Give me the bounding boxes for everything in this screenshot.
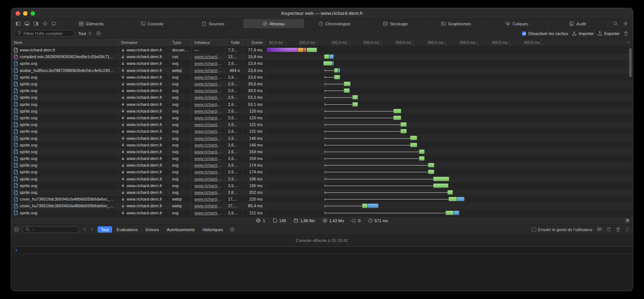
network-request-row[interactable]: sprite.svgwww.richard-dern.frsvgwww.rich… bbox=[11, 189, 633, 196]
status-requests[interactable]: 149 bbox=[273, 218, 286, 223]
initiator-link[interactable]: www.richard-d… bbox=[194, 88, 222, 93]
initiator-link[interactable]: www.richard-d… bbox=[194, 82, 222, 86]
network-request-row[interactable]: sprite.svgwww.richard-dern.frsvgwww.rich… bbox=[11, 114, 633, 121]
column-header-taille[interactable]: Taille bbox=[225, 38, 243, 46]
next-result-icon[interactable] bbox=[89, 227, 94, 232]
waterfall-bar-green[interactable] bbox=[393, 116, 401, 120]
waterfall-bar-green[interactable] bbox=[352, 95, 358, 100]
initiator-link[interactable]: www.richard-d… bbox=[194, 204, 222, 208]
console-scope-icon[interactable] bbox=[14, 227, 19, 232]
status-load-time[interactable]: 571 ms bbox=[368, 218, 388, 223]
initiator-link[interactable]: www.richard-d… bbox=[194, 143, 222, 147]
initiator-link[interactable]: www.richard-d… bbox=[194, 197, 222, 201]
waterfall-bar-green[interactable] bbox=[448, 197, 457, 201]
waterfall-bar-blue[interactable] bbox=[454, 211, 459, 215]
waterfall-bar-green[interactable] bbox=[400, 122, 407, 127]
console-tab-evaluations[interactable]: Évaluations bbox=[113, 226, 141, 233]
status-resources-size[interactable]: 1,43 Mo bbox=[323, 218, 344, 223]
network-request-row[interactable]: sprite.svgwww.richard-dern.frsvgwww.rich… bbox=[11, 128, 633, 135]
console-search-input[interactable] bbox=[35, 227, 76, 232]
waterfall-bar-green[interactable] bbox=[400, 129, 407, 133]
main-tab-audit[interactable]: Audit bbox=[547, 19, 608, 28]
dock-side-right-icon[interactable] bbox=[34, 21, 38, 26]
waterfall-bar-green[interactable] bbox=[419, 150, 425, 154]
initiator-link[interactable]: www.richard-d… bbox=[194, 150, 222, 154]
console-tab-avertissements[interactable]: Avertissements bbox=[164, 226, 198, 233]
column-header-type[interactable]: Type bbox=[169, 38, 192, 46]
network-request-row[interactable]: cover_hu736519dc3b5040cfa48b6b559b6de6ec… bbox=[11, 202, 633, 209]
network-request-row[interactable]: sprite.svgwww.richard-dern.frsvgwww.rich… bbox=[11, 142, 633, 148]
disable-caches-checkbox[interactable]: Désactiver les caches bbox=[522, 31, 568, 36]
element-picker-icon[interactable] bbox=[42, 21, 47, 26]
network-request-row[interactable]: sprite.svgwww.richard-dern.frsvgwww.rich… bbox=[11, 135, 633, 141]
resource-type-select[interactable]: Tout bbox=[78, 31, 92, 36]
dock-side-left-icon[interactable] bbox=[16, 21, 20, 26]
initiator-link[interactable]: www.richard-d… bbox=[194, 183, 222, 188]
network-request-row[interactable]: www.richard-dern.frwww.richard-dern.frdo… bbox=[11, 47, 633, 53]
zoom-window-button[interactable] bbox=[31, 11, 35, 16]
export-button[interactable]: Exporter bbox=[597, 31, 620, 36]
main-tab-elements[interactable]: Éléments bbox=[61, 19, 121, 28]
waterfall-bar-blue[interactable] bbox=[368, 204, 378, 208]
initiator-link[interactable]: www.richard-d… bbox=[194, 68, 222, 73]
main-tab-calques[interactable]: Calques bbox=[486, 19, 547, 28]
initiator-link[interactable]: www.richard-d… bbox=[194, 109, 222, 113]
initiator-link[interactable]: www.richard-d… bbox=[194, 211, 222, 215]
initiator-link[interactable]: www.richard-d… bbox=[194, 163, 222, 167]
network-request-row[interactable]: sprite.svgwww.richard-dern.frsvgwww.rich… bbox=[11, 210, 633, 216]
waterfall-bar-green[interactable] bbox=[307, 48, 317, 52]
initiator-link[interactable]: www.richard-d… bbox=[194, 177, 222, 181]
waterfall-bar-green[interactable] bbox=[410, 136, 417, 140]
column-header-nom[interactable]: Nom bbox=[11, 38, 118, 46]
filter-options-icon[interactable] bbox=[96, 31, 101, 36]
reload-icon[interactable] bbox=[606, 227, 611, 232]
network-request-row[interactable]: sprite.svgwww.richard-dern.frsvgwww.rich… bbox=[11, 60, 633, 67]
initiator-link[interactable]: www.richard-d… bbox=[194, 156, 222, 161]
waterfall-bar-green[interactable] bbox=[428, 170, 434, 174]
waterfall-bar-green[interactable] bbox=[428, 163, 434, 167]
network-request-row[interactable]: sprite.svgwww.richard-dern.frsvgwww.rich… bbox=[11, 87, 633, 94]
waterfall-bar-green[interactable] bbox=[447, 190, 453, 195]
waterfall-bar-green[interactable] bbox=[433, 183, 448, 188]
gear-icon[interactable] bbox=[623, 21, 628, 26]
console-search-field[interactable] bbox=[22, 226, 79, 233]
initiator-link[interactable]: www.richard-d… bbox=[194, 75, 222, 79]
waterfall-bar-green[interactable] bbox=[352, 102, 358, 107]
initiator-link[interactable]: www.richard-d… bbox=[194, 170, 222, 174]
import-button[interactable]: Importer bbox=[572, 31, 594, 36]
vertical-scrollbar[interactable] bbox=[629, 48, 632, 77]
url-filter-field[interactable] bbox=[14, 30, 74, 37]
trash-icon[interactable] bbox=[616, 227, 621, 232]
console-filter-options-icon[interactable] bbox=[230, 227, 235, 232]
waterfall-bar-green[interactable] bbox=[324, 54, 329, 59]
main-tab-stockage[interactable]: Stockage bbox=[365, 19, 425, 28]
initiator-link[interactable]: www.richard-d… bbox=[194, 95, 222, 100]
console-input-area[interactable] bbox=[11, 254, 633, 291]
waterfall-bar-green[interactable] bbox=[393, 109, 401, 113]
emulate-user-gesture-checkbox[interactable]: Émuler le geste de l'utilisateur bbox=[532, 227, 593, 232]
clear-network-trash-icon[interactable] bbox=[624, 31, 628, 36]
initiator-link[interactable]: www.richard-d… bbox=[194, 54, 222, 59]
device-icon[interactable] bbox=[51, 21, 56, 26]
network-request-row[interactable]: sprite.svgwww.richard-dern.frsvgwww.rich… bbox=[11, 155, 633, 162]
search-icon[interactable] bbox=[613, 21, 618, 26]
waterfall-bar-green[interactable] bbox=[433, 177, 449, 181]
column-header-domaine[interactable]: Domaine bbox=[118, 38, 169, 46]
console-tab-historiques[interactable]: Historiques bbox=[199, 226, 226, 233]
network-request-row[interactable]: sprite.svgwww.richard-dern.frsvgwww.rich… bbox=[11, 108, 633, 114]
help-icon[interactable]: ? bbox=[625, 217, 630, 224]
network-request-row[interactable]: sprite.svgwww.richard-dern.frsvgwww.rich… bbox=[11, 182, 633, 189]
main-tab-sources[interactable]: Sources bbox=[182, 19, 243, 28]
status-cached[interactable]: 0 bbox=[351, 218, 360, 223]
waterfall-bar-blue[interactable] bbox=[338, 68, 340, 73]
column-header-duree[interactable]: Durée bbox=[243, 38, 266, 46]
waterfall-bar-red[interactable] bbox=[304, 48, 306, 52]
status-domains[interactable]: 1 bbox=[256, 218, 265, 223]
network-request-row[interactable]: avatar_hu85ecc3e298728880b0bde2dcc4e5c23… bbox=[11, 67, 633, 74]
waterfall-bar-blue[interactable] bbox=[457, 197, 465, 201]
network-request-row[interactable]: cover_hu736519dc3b5040cfa48b6b559b6de6ec… bbox=[11, 196, 633, 202]
network-request-row[interactable]: sprite.svgwww.richard-dern.frsvgwww.rich… bbox=[11, 94, 633, 101]
waterfall-bar-blue[interactable] bbox=[332, 61, 333, 66]
main-tab-chronologies[interactable]: Chronologies bbox=[304, 19, 365, 28]
waterfall-bar-blue[interactable] bbox=[329, 54, 334, 59]
